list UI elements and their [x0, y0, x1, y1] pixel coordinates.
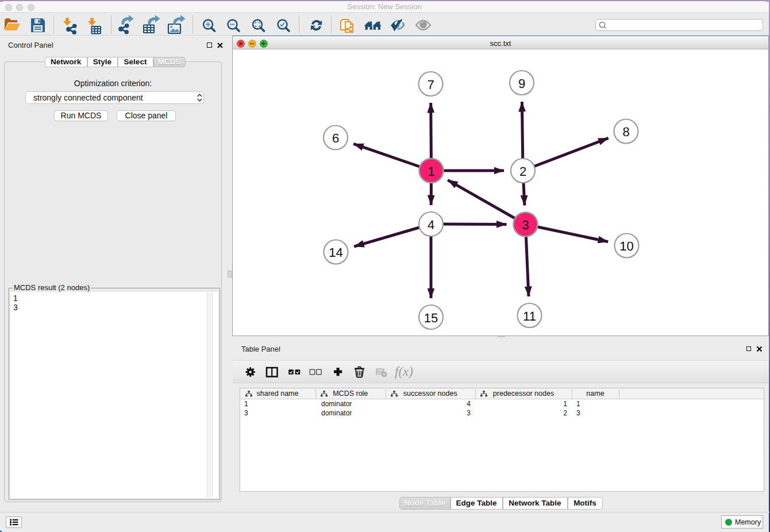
svg-text:8: 8 — [622, 125, 629, 139]
svg-text:f(x): f(x) — [395, 364, 413, 379]
svg-text:14: 14 — [329, 245, 342, 260]
svg-text:15: 15 — [424, 311, 438, 325]
svg-text:11: 11 — [523, 309, 536, 323]
svg-text:1: 1 — [428, 164, 434, 179]
svg-text:9: 9 — [518, 76, 525, 91]
svg-text:4: 4 — [428, 218, 434, 232]
svg-text:6: 6 — [332, 131, 339, 145]
svg-text:3: 3 — [522, 218, 529, 232]
svg-text:10: 10 — [619, 239, 633, 253]
svg-text:7: 7 — [427, 78, 434, 92]
svg-text:2: 2 — [519, 164, 526, 179]
